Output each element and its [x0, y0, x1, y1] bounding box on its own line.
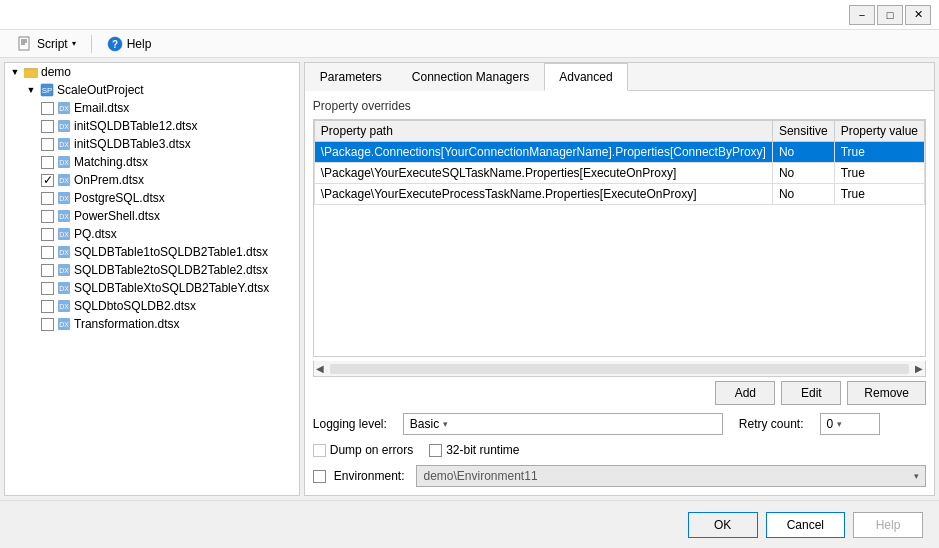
col-header-sensitive: Sensitive	[772, 121, 834, 142]
scroll-right-arrow[interactable]: ▶	[913, 363, 925, 374]
add-button[interactable]: Add	[715, 381, 775, 405]
row2-sensitive: No	[772, 163, 834, 184]
runtime-label: 32-bit runtime	[446, 443, 519, 457]
tab-connection-managers[interactable]: Connection Managers	[397, 63, 544, 91]
script-icon	[17, 36, 33, 52]
dtsx-icon-sqldbtosqldb: DX	[56, 298, 72, 314]
h-scroll-area[interactable]: ◀ ▶	[313, 361, 926, 377]
dtsx-icon-email: DX	[56, 100, 72, 116]
tree-label-onprem: OnPrem.dtsx	[74, 173, 299, 187]
env-checkbox-label[interactable]	[313, 470, 326, 483]
tree-label-root: demo	[41, 65, 299, 79]
action-buttons: Add Edit Remove	[313, 381, 926, 405]
prop-table-container[interactable]: Property path Sensitive Property value \…	[313, 119, 926, 357]
remove-button[interactable]: Remove	[847, 381, 926, 405]
svg-rect-7	[24, 70, 38, 78]
tree-node-postgres[interactable]: DX PostgreSQL.dtsx	[5, 189, 299, 207]
tree-node-email[interactable]: DX Email.dtsx	[5, 99, 299, 117]
tree-node-sqldb2to2[interactable]: DX SQLDBTable2toSQLDB2Table2.dtsx	[5, 261, 299, 279]
dump-checkbox-label[interactable]: Dump on errors	[313, 443, 413, 457]
tree-node-powershell[interactable]: DX PowerShell.dtsx	[5, 207, 299, 225]
logging-label: Logging level:	[313, 417, 387, 431]
logging-select[interactable]: Basic ▾	[403, 413, 723, 435]
checkbox-sqldbxtoY[interactable]	[41, 282, 54, 295]
checkbox-transform[interactable]	[41, 318, 54, 331]
table-row[interactable]: \Package\YourExecuteProcessTaskName.Prop…	[314, 184, 924, 205]
tab-parameters[interactable]: Parameters	[305, 63, 397, 91]
tree-label-sqldb2to2: SQLDBTable2toSQLDB2Table2.dtsx	[74, 263, 299, 277]
checkbox-powershell[interactable]	[41, 210, 54, 223]
svg-text:DX: DX	[59, 195, 69, 202]
dtsx-icon-sqldb1to1: DX	[56, 244, 72, 260]
table-row[interactable]: \Package\YourExecuteSQLTaskName.Properti…	[314, 163, 924, 184]
tree-label-sqldbxtoY: SQLDBTableXtoSQLDB2TableY.dtsx	[74, 281, 299, 295]
tree-label-sqldb1to1: SQLDBTable1toSQLDB2Table1.dtsx	[74, 245, 299, 259]
checkbox-matching[interactable]	[41, 156, 54, 169]
scroll-left-arrow[interactable]: ◀	[314, 363, 326, 374]
col-header-path: Property path	[314, 121, 772, 142]
expander-scaleout[interactable]: ▼	[23, 82, 39, 98]
help-footer-button[interactable]: Help	[853, 512, 923, 538]
edit-button[interactable]: Edit	[781, 381, 841, 405]
svg-text:DX: DX	[59, 321, 69, 328]
script-menu[interactable]: Script ▾	[8, 33, 85, 55]
minimize-button[interactable]: −	[849, 5, 875, 25]
svg-text:DX: DX	[59, 303, 69, 310]
ok-button[interactable]: OK	[688, 512, 758, 538]
h-scroll-track[interactable]	[330, 364, 909, 374]
dtsx-icon-matching: DX	[56, 154, 72, 170]
runtime-checkbox-label[interactable]: 32-bit runtime	[429, 443, 519, 457]
dump-checkbox[interactable]	[313, 444, 326, 457]
checkbox-sqldbtosqldb[interactable]	[41, 300, 54, 313]
menu-separator	[91, 35, 92, 53]
env-checkbox[interactable]	[313, 470, 326, 483]
tree-node-init12[interactable]: DX initSQLDBTable12.dtsx	[5, 117, 299, 135]
tree-panel[interactable]: ▼ demo ▼ SP ScaleOutProject	[4, 62, 300, 496]
tree-node-transform[interactable]: DX Transformation.dtsx	[5, 315, 299, 333]
row2-path: \Package\YourExecuteSQLTaskName.Properti…	[314, 163, 772, 184]
env-select[interactable]: demo\Environment11 ▾	[416, 465, 926, 487]
tree-node-root[interactable]: ▼ demo	[5, 63, 299, 81]
env-label: Environment:	[334, 469, 405, 483]
tree-label-pq: PQ.dtsx	[74, 227, 299, 241]
runtime-checkbox[interactable]	[429, 444, 442, 457]
tree-node-init3[interactable]: DX initSQLDBTable3.dtsx	[5, 135, 299, 153]
script-dropdown-arrow: ▾	[72, 39, 76, 48]
tree-node-sqldbxtoY[interactable]: DX SQLDBTableXtoSQLDB2TableY.dtsx	[5, 279, 299, 297]
tree-node-pq[interactable]: DX PQ.dtsx	[5, 225, 299, 243]
tree-node-scaleout[interactable]: ▼ SP ScaleOutProject	[5, 81, 299, 99]
tab-advanced[interactable]: Advanced	[544, 63, 627, 91]
tree-node-sqldb1to1[interactable]: DX SQLDBTable1toSQLDB2Table1.dtsx	[5, 243, 299, 261]
expander-root[interactable]: ▼	[7, 64, 23, 80]
svg-text:DX: DX	[59, 177, 69, 184]
tree-label-transform: Transformation.dtsx	[74, 317, 299, 331]
checkbox-sqldb1to1[interactable]	[41, 246, 54, 259]
svg-text:DX: DX	[59, 267, 69, 274]
tree-node-matching[interactable]: DX Matching.dtsx	[5, 153, 299, 171]
table-row[interactable]: \Package.Connections[YourConnectionManag…	[314, 142, 924, 163]
checkbox-sqldb2to2[interactable]	[41, 264, 54, 277]
dump-runtime-row: Dump on errors 32-bit runtime	[313, 443, 926, 457]
tree-node-onprem[interactable]: ✓ DX OnPrem.dtsx	[5, 171, 299, 189]
checkbox-init12[interactable]	[41, 120, 54, 133]
tree-node-sqldbtosqldb[interactable]: DX SQLDbtoSQLDB2.dtsx	[5, 297, 299, 315]
checkbox-pq[interactable]	[41, 228, 54, 241]
help-menu[interactable]: ? Help	[98, 33, 161, 55]
row1-value: True	[834, 142, 924, 163]
svg-text:SP: SP	[42, 86, 53, 95]
retry-select[interactable]: 0 ▾	[820, 413, 880, 435]
tab-content-advanced: Property overrides Property path Sensiti…	[305, 91, 934, 495]
svg-text:DX: DX	[59, 159, 69, 166]
col-header-value: Property value	[834, 121, 924, 142]
tree-label-init3: initSQLDBTable3.dtsx	[74, 137, 299, 151]
checkbox-email[interactable]	[41, 102, 54, 115]
tree-label-email: Email.dtsx	[74, 101, 299, 115]
checkbox-init3[interactable]	[41, 138, 54, 151]
close-button[interactable]: ✕	[905, 5, 931, 25]
svg-text:DX: DX	[59, 123, 69, 130]
checkbox-postgres[interactable]	[41, 192, 54, 205]
dtsx-icon-transform: DX	[56, 316, 72, 332]
maximize-button[interactable]: □	[877, 5, 903, 25]
checkbox-onprem[interactable]: ✓	[41, 174, 54, 187]
cancel-button[interactable]: Cancel	[766, 512, 845, 538]
